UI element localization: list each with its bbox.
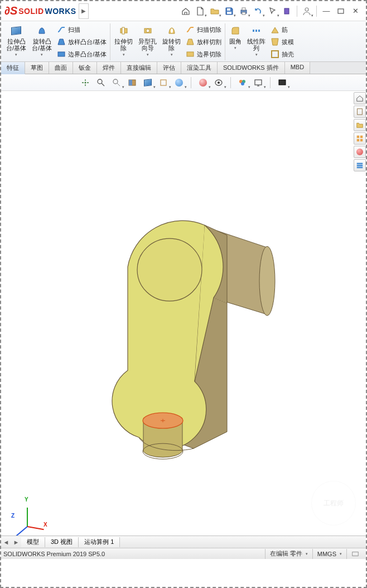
- maximize-button[interactable]: [334, 4, 348, 18]
- tab-evaluate[interactable]: 评估: [157, 62, 181, 74]
- linear-pattern-button[interactable]: 线性阵列▾: [245, 23, 267, 58]
- taskpane-appearances-icon[interactable]: [354, 146, 366, 158]
- apply-scene-icon[interactable]: [213, 77, 225, 89]
- close-button[interactable]: ✕: [348, 4, 363, 18]
- previous-view-icon[interactable]: [110, 77, 123, 89]
- command-manager-tabs: 特征 草图 曲面 钣金 焊件 直接编辑 评估 渲染工具 SOLIDWORKS 插…: [1, 62, 366, 74]
- graphics-area[interactable]: Y X Z 工程师 ◄ ► 模型 3D 视图 运动算例 1: [1, 91, 366, 548]
- axis-z-label: Z: [11, 513, 15, 519]
- svg-rect-45: [352, 552, 359, 556]
- svg-point-40: [137, 238, 202, 301]
- watermark: 工程师: [311, 481, 356, 525]
- section-view-icon[interactable]: [126, 77, 138, 89]
- svg-point-20: [98, 79, 102, 84]
- save-button[interactable]: [222, 4, 236, 18]
- taskpane-file-explorer-icon[interactable]: [354, 119, 366, 131]
- zoom-area-icon[interactable]: [95, 77, 107, 89]
- tab-motion-study[interactable]: 运动算例 1: [79, 537, 120, 547]
- edit-appearance-icon[interactable]: [197, 77, 209, 89]
- svg-point-25: [218, 82, 220, 84]
- cut-revolve-button[interactable]: 旋转切除▾: [161, 23, 182, 58]
- svg-rect-32: [357, 136, 359, 138]
- linear-pattern-label: 线性阵列: [247, 38, 265, 51]
- new-file-button[interactable]: [193, 4, 207, 18]
- model-3d-part: [66, 169, 301, 482]
- axis-x-label: X: [44, 522, 47, 528]
- tabs-scroll-left[interactable]: ◄: [1, 539, 11, 546]
- svg-rect-16: [255, 30, 257, 32]
- cut-extrude-label: 拉伸切除: [114, 38, 133, 51]
- rebuild-button[interactable]: [280, 4, 294, 18]
- display-style-icon[interactable]: [157, 77, 170, 89]
- svg-point-6: [305, 8, 308, 11]
- render-tools-icon[interactable]: [276, 77, 288, 89]
- cut-extrude-button[interactable]: 拉伸切除▾: [113, 23, 134, 58]
- app-name-works: WORKS: [45, 7, 76, 16]
- svg-rect-37: [357, 165, 363, 166]
- axis-y-label: Y: [25, 496, 28, 503]
- tab-sketch[interactable]: 草图: [25, 62, 49, 74]
- taskpane-view-palette-icon[interactable]: [354, 132, 366, 145]
- tab-mbd[interactable]: MBD: [285, 62, 310, 74]
- appearances-palette-icon[interactable]: [236, 77, 249, 89]
- shell-button[interactable]: 抽壳: [269, 48, 295, 60]
- zoom-fit-icon[interactable]: [79, 77, 91, 89]
- cut-loft-button[interactable]: 放样切割: [185, 36, 223, 48]
- heads-up-view-toolbar: [1, 74, 366, 91]
- svg-rect-29: [255, 80, 262, 85]
- tab-model[interactable]: 模型: [21, 537, 45, 547]
- select-button[interactable]: [265, 4, 280, 18]
- hole-wizard-button[interactable]: 异型孔向导▾: [137, 23, 158, 58]
- cut-sweep-label: 扫描切除: [197, 26, 221, 33]
- svg-rect-1: [227, 12, 231, 14]
- rib-label: 筋: [282, 26, 288, 33]
- minimize-button[interactable]: —: [319, 4, 334, 18]
- tabs-scroll-right[interactable]: ►: [11, 539, 21, 546]
- extrude-boss-button[interactable]: 拉伸凸台/基体▾: [4, 23, 28, 58]
- status-units[interactable]: MMGS: [312, 549, 346, 559]
- cut-sweep-button[interactable]: 扫描切除: [185, 23, 223, 36]
- boundary-boss-button[interactable]: 边界凸台/基体: [56, 48, 108, 60]
- tab-addins[interactable]: SOLIDWORKS 插件: [218, 62, 285, 74]
- tab-3dview[interactable]: 3D 视图: [45, 537, 79, 547]
- user-button[interactable]: [300, 4, 314, 18]
- tab-sheetmetal[interactable]: 钣金: [73, 62, 97, 74]
- svg-rect-5: [284, 8, 289, 14]
- open-file-button[interactable]: [207, 4, 222, 18]
- cut-boundary-label: 边界切除: [197, 51, 221, 58]
- revolve-boss-button[interactable]: 旋转凸台/基体▾: [30, 23, 54, 58]
- view-settings-icon[interactable]: [252, 77, 264, 89]
- fillet-button[interactable]: 圆角▾: [228, 23, 243, 55]
- svg-rect-3: [242, 8, 245, 10]
- taskpane-design-library-icon[interactable]: [354, 106, 366, 118]
- reference-triad[interactable]: Y X Z: [11, 498, 45, 531]
- svg-rect-36: [357, 163, 363, 165]
- svg-point-12: [146, 29, 149, 32]
- status-edit-state[interactable]: 在编辑 零件: [265, 549, 312, 559]
- tab-render[interactable]: 渲染工具: [181, 62, 218, 74]
- status-version: SOLIDWORKS Premium 2019 SP5.0: [3, 551, 105, 557]
- draft-button[interactable]: 拔模: [269, 36, 295, 48]
- svg-rect-4: [242, 12, 245, 15]
- svg-rect-38: [357, 167, 363, 169]
- loft-boss-button[interactable]: 放样凸台/基体: [56, 36, 108, 48]
- view-orientation-icon[interactable]: [142, 77, 154, 89]
- cut-boundary-button[interactable]: 边界切除: [185, 48, 223, 60]
- home-button[interactable]: [178, 4, 193, 18]
- status-extra-icon[interactable]: [346, 549, 364, 559]
- svg-rect-8: [58, 52, 65, 56]
- undo-button[interactable]: [251, 4, 265, 18]
- tab-features[interactable]: 特征: [1, 62, 25, 74]
- hide-show-icon[interactable]: [173, 77, 185, 89]
- tab-directedit[interactable]: 直接编辑: [121, 62, 157, 74]
- tab-surfaces[interactable]: 曲面: [49, 62, 73, 74]
- taskpane-custom-properties-icon[interactable]: [354, 159, 366, 171]
- task-pane: [352, 91, 366, 173]
- rib-button[interactable]: 筋: [269, 23, 295, 36]
- svg-point-19: [84, 82, 86, 83]
- command-search-expand[interactable]: ▶: [79, 3, 89, 19]
- taskpane-home-icon[interactable]: [354, 92, 366, 104]
- tab-weldments[interactable]: 焊件: [97, 62, 121, 74]
- sweep-boss-button[interactable]: 扫描: [56, 23, 108, 36]
- print-button[interactable]: [236, 4, 251, 18]
